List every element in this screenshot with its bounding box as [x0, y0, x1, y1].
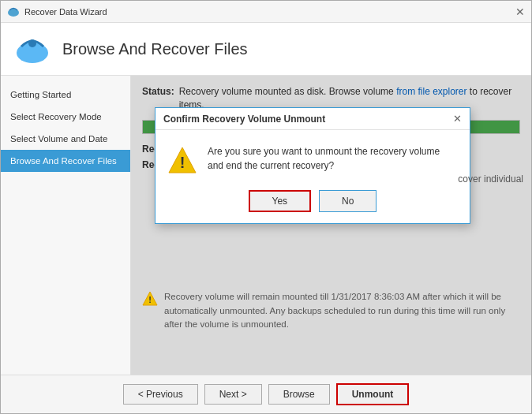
- warning-icon: !: [168, 146, 197, 174]
- sidebar-item-select-recovery-mode[interactable]: Select Recovery Mode: [1, 106, 130, 128]
- dialog-close-button[interactable]: ✕: [453, 113, 462, 125]
- dialog-message: Are you sure you want to unmount the rec…: [208, 144, 457, 173]
- dialog-body: ! Are you sure you want to unmount the r…: [155, 130, 470, 182]
- title-bar: Recover Data Wizard ✕: [1, 1, 531, 23]
- dialog-title: Confirm Recovery Volume Unmount: [163, 114, 325, 125]
- recover-individual-text: cover individual: [458, 173, 523, 185]
- sidebar-item-getting-started[interactable]: Getting Started: [1, 84, 130, 106]
- info-section: ! Recovery volume will remain mounted ti…: [142, 290, 520, 331]
- header-icon: [13, 32, 51, 65]
- app-window: Recover Data Wizard ✕ Browse And Recover…: [0, 0, 532, 414]
- confirm-dialog: Confirm Recovery Volume Unmount ✕ ! Are …: [155, 107, 470, 224]
- sidebar: Getting Started Select Recovery Mode Sel…: [1, 76, 131, 375]
- footer-bar: < Previous Next > Browse Unmount: [1, 375, 531, 413]
- dialog-footer: Yes No: [155, 182, 470, 223]
- svg-text:!: !: [180, 154, 185, 171]
- app-icon: [7, 6, 20, 18]
- svg-point-2: [28, 39, 36, 47]
- window-close-button[interactable]: ✕: [515, 6, 525, 17]
- next-button[interactable]: Next >: [204, 384, 262, 405]
- main-content: Status: Recovery volume mounted as disk.…: [131, 76, 531, 375]
- dialog-yes-button[interactable]: Yes: [249, 190, 312, 212]
- info-warning-icon: !: [142, 291, 158, 307]
- sidebar-item-select-volume-date[interactable]: Select Volume and Date: [1, 128, 130, 150]
- previous-button[interactable]: < Previous: [123, 384, 198, 405]
- browse-button[interactable]: Browse: [268, 384, 330, 405]
- page-header: Browse And Recover Files: [1, 23, 531, 76]
- page-title: Browse And Recover Files: [62, 40, 248, 58]
- sidebar-item-browse-recover[interactable]: Browse And Recover Files: [1, 150, 130, 172]
- info-text: Recovery volume will remain mounted till…: [164, 290, 520, 331]
- unmount-button[interactable]: Unmount: [336, 383, 410, 405]
- dialog-titlebar: Confirm Recovery Volume Unmount ✕: [155, 108, 470, 130]
- title-bar-left: Recover Data Wizard: [7, 6, 107, 18]
- content-area: Getting Started Select Recovery Mode Sel…: [1, 76, 531, 375]
- dialog-no-button[interactable]: No: [319, 190, 377, 212]
- window-title: Recover Data Wizard: [24, 7, 107, 17]
- svg-text:!: !: [148, 295, 152, 304]
